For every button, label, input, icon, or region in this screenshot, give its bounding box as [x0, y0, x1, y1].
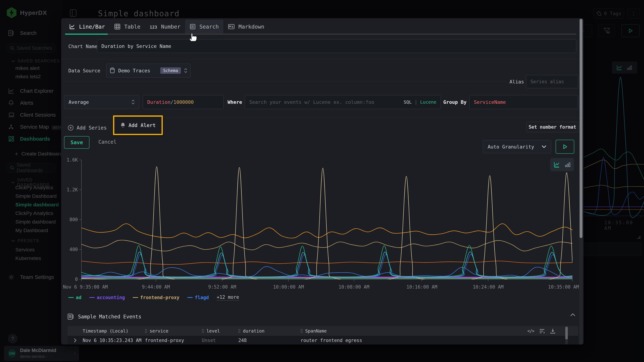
svg-text:1.6K: 1.6K: [66, 157, 78, 163]
svg-text:10:16:00 AM: 10:16:00 AM: [406, 284, 437, 290]
sql-option[interactable]: SQL: [404, 100, 412, 105]
wrap-lines-icon[interactable]: [539, 328, 545, 334]
series-line: [82, 261, 572, 264]
data-source-select[interactable]: Demo Traces Schema: [106, 64, 191, 78]
drag-handle-icon: [238, 329, 240, 333]
table-row[interactable]: Nov 6 10:35:23.243 AMfrontend-proxyUnset…: [68, 336, 578, 345]
lucene-option[interactable]: Lucene: [420, 100, 436, 105]
legend-more-link[interactable]: +12 more: [217, 294, 239, 301]
svg-text:9:52:00 AM: 9:52:00 AM: [208, 284, 236, 290]
events-table: Timestamp (Local)serviceleveldurationSpa…: [68, 326, 578, 345]
legend-item-flagd[interactable]: flagd: [187, 295, 209, 300]
cancel-button[interactable]: Cancel: [98, 139, 116, 145]
column-header-service[interactable]: service: [143, 328, 200, 334]
duration-chart[interactable]: 04008001.2K1.6KNov 6 9:35:00 AM9:44:00 A…: [62, 156, 580, 294]
code-icon[interactable]: </>: [527, 329, 534, 334]
query-language-toggle[interactable]: SQL | Lucene: [404, 100, 436, 105]
chart-name-input[interactable]: [97, 39, 576, 53]
svg-text:Nov 6 9:35:00 AM: Nov 6 9:35:00 AM: [63, 284, 108, 290]
events-section-title: Sample Matched Events: [78, 314, 141, 320]
drag-handle-icon: [145, 329, 147, 333]
bell-icon: [120, 122, 126, 128]
play-icon: [562, 144, 568, 150]
tab-bar: Line/BarTable123NumberSearchMarkdown: [64, 20, 269, 34]
chevron-down-icon: [542, 145, 546, 148]
field-token: 1000000: [173, 99, 194, 105]
where-placeholder: Search your events w/ Lucene ex. column:…: [249, 99, 404, 105]
svg-text:800: 800: [70, 217, 78, 222]
add-alert-button[interactable]: Add Alert: [120, 122, 156, 128]
add-alert-highlight: Add Alert: [113, 115, 163, 135]
divider: [61, 59, 584, 59]
mouse-cursor: [189, 32, 198, 42]
chart-editor-modal: Line/BarTable123NumberSearchMarkdown Cha…: [61, 18, 584, 345]
svg-text:0: 0: [75, 277, 78, 282]
table-icon: [114, 23, 120, 30]
where-input[interactable]: Search your events w/ Lucene ex. column:…: [245, 95, 441, 109]
svg-text:1.2K: 1.2K: [66, 187, 78, 192]
series-line-frontend-proxy: [82, 240, 572, 251]
events-toolbar: </>: [527, 328, 556, 334]
drag-handle-icon: [202, 329, 204, 333]
line-chart-icon: [69, 23, 75, 30]
download-icon[interactable]: [550, 328, 556, 334]
field-expression-input[interactable]: Duration/1000000: [143, 95, 224, 109]
chart-name-label: Chart Name: [68, 44, 98, 49]
series-line: [82, 167, 572, 281]
svg-text:10:24:00 AM: 10:24:00 AM: [473, 284, 504, 290]
svg-text:10:35:00 AM: 10:35:00 AM: [548, 284, 579, 290]
collapse-section-icon[interactable]: [570, 313, 575, 316]
chart-legend: adaccountingfrontend-proxyflagd +12 more: [68, 294, 239, 301]
events-list-icon: [68, 314, 74, 320]
events-table-body: Nov 6 10:35:23.243 AMfrontend-proxyUnset…: [68, 336, 578, 345]
database-icon: [110, 68, 115, 74]
tab-number[interactable]: 123Number: [145, 20, 185, 34]
plus-circle-icon: [68, 125, 74, 131]
column-header-duration[interactable]: duration: [236, 328, 299, 334]
svg-text:10:08:00 AM: 10:08:00 AM: [338, 284, 369, 290]
series-line: [82, 254, 572, 277]
group-by-label: Group By: [443, 99, 466, 105]
set-number-format-button[interactable]: Set number format: [527, 122, 578, 132]
caret-updown-icon: [132, 100, 135, 105]
field-token: /: [170, 99, 173, 105]
divider: [64, 81, 507, 82]
field-token: Duration: [147, 99, 170, 105]
save-button[interactable]: Save: [64, 136, 90, 149]
granularity-select[interactable]: Auto Granularity: [483, 140, 551, 153]
aggregation-select[interactable]: Average: [64, 95, 139, 109]
add-series-button[interactable]: Add Series: [68, 125, 107, 131]
legend-item-accounting[interactable]: accounting: [89, 295, 125, 300]
svg-text:9:44:00 AM: 9:44:00 AM: [142, 284, 170, 290]
markdown-icon: [228, 24, 234, 29]
events-table-header: Timestamp (Local)serviceleveldurationSpa…: [68, 326, 578, 336]
active-tab-underline: [65, 34, 108, 35]
legend-item-frontend-proxy[interactable]: frontend-proxy: [133, 295, 180, 300]
tab-search[interactable]: Search: [185, 20, 224, 34]
column-header-timestamp-local-[interactable]: Timestamp (Local): [81, 328, 143, 334]
alias-label: Alias: [510, 79, 524, 85]
modal-scrollbar[interactable]: [579, 18, 583, 345]
number-123-icon: 123: [150, 23, 157, 30]
run-chart-button[interactable]: [556, 140, 574, 154]
column-header-level[interactable]: level: [200, 328, 236, 334]
expand-row-icon: [74, 338, 76, 343]
tab-table[interactable]: Table: [110, 20, 145, 34]
where-label: Where: [228, 99, 242, 105]
group-by-input[interactable]: ServiceName: [470, 95, 578, 109]
schema-badge: Schema: [160, 67, 181, 74]
series-line-flagd: [82, 266, 572, 277]
svg-text:400: 400: [70, 247, 78, 252]
alias-input[interactable]: [526, 75, 578, 88]
list-icon: [190, 24, 196, 29]
tab-underline-track: [65, 34, 576, 35]
svg-text:10:00:00 AM: 10:00:00 AM: [273, 284, 304, 290]
caret-updown-icon: [184, 68, 187, 73]
data-source-label: Data Source: [68, 68, 100, 73]
drag-handle-icon: [300, 329, 303, 333]
legend-item-ad[interactable]: ad: [68, 295, 82, 300]
tab-line-bar[interactable]: Line/Bar: [64, 20, 110, 34]
events-scrollbar[interactable]: [565, 327, 568, 345]
data-source-value: Demo Traces: [118, 68, 157, 73]
tab-markdown[interactable]: Markdown: [224, 20, 269, 34]
